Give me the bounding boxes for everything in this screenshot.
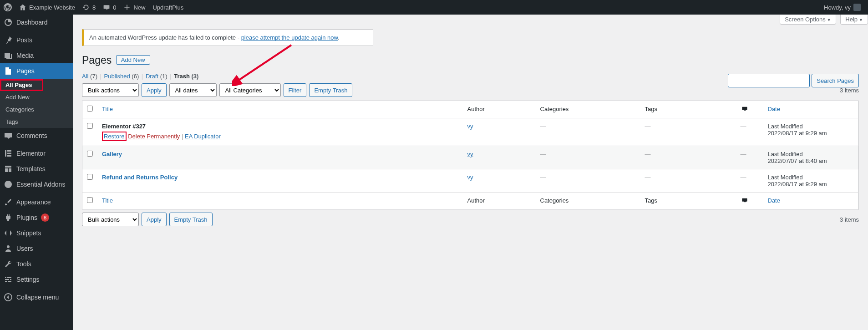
col-author: Author [463, 101, 536, 118]
table-footer-row: Title Author Categories Tags Date [82, 193, 859, 210]
date-label: Last Modified [768, 123, 803, 130]
apply-button[interactable]: Apply [142, 213, 167, 226]
howdy-text: Howdy, vy [824, 4, 851, 11]
date-label: Last Modified [768, 151, 803, 157]
restore-link[interactable]: Restore [104, 133, 125, 140]
plugins-badge: 8 [41, 213, 49, 222]
comments-bubble[interactable]: 0 [99, 0, 120, 15]
add-new-button[interactable]: Add New [116, 55, 150, 65]
retry-update-link[interactable]: please attempt the update again now [241, 34, 338, 41]
tablenav-bottom: Bulk actions Apply Empty Trash 3 items [82, 213, 859, 226]
menu-elementor[interactable]: Elementor [0, 146, 73, 161]
row-title[interactable]: Refund and Returns Policy [102, 174, 178, 181]
row-title[interactable]: Gallery [102, 151, 122, 157]
items-count: 3 items [840, 216, 859, 223]
screen-options-tab[interactable]: Screen Options▼ [780, 15, 836, 25]
plus-icon [123, 4, 131, 11]
comment-icon [4, 131, 13, 140]
col-title[interactable]: Title [97, 101, 463, 118]
author-link[interactable]: vy [467, 151, 473, 157]
updates[interactable]: 8 [79, 0, 99, 15]
svg-rect-2 [7, 153, 11, 154]
select-all-checkbox[interactable] [87, 106, 93, 112]
menu-plugins[interactable]: Plugins 8 [0, 210, 73, 225]
col-categories: Categories [536, 193, 640, 210]
submenu-all-pages[interactable]: All Pages [0, 79, 73, 91]
menu-media[interactable]: Media [0, 48, 73, 63]
new-content[interactable]: New [120, 0, 149, 15]
site-name[interactable]: Example Website [15, 0, 79, 15]
dashboard-icon [4, 18, 13, 27]
templates-icon [4, 164, 13, 173]
filter-trash[interactable]: Trash (3) [174, 73, 198, 80]
filter-button[interactable]: Filter [284, 83, 307, 97]
date-value: 2022/07/07 at 8:40 am [768, 157, 827, 164]
bulk-actions-select[interactable]: Bulk actions [82, 213, 139, 226]
site-name-text: Example Website [29, 4, 75, 11]
page-content: Screen Options▼ Help▼ An automated WordP… [73, 15, 868, 239]
menu-posts[interactable]: Posts [0, 32, 73, 48]
filter-all[interactable]: All (7) [82, 73, 97, 80]
submenu-add-new[interactable]: Add New [0, 91, 73, 103]
table-row: Elementor #327 Restore Delete Permanentl… [82, 118, 859, 146]
home-icon [19, 4, 26, 11]
empty-value: — [540, 123, 546, 130]
delete-permanently-link[interactable]: Delete Permanently [128, 133, 180, 140]
updates-count: 8 [92, 4, 96, 11]
empty-trash-button[interactable]: Empty Trash [169, 213, 213, 226]
col-author: Author [463, 193, 536, 210]
empty-value: — [741, 174, 746, 181]
search-input[interactable] [728, 74, 810, 87]
ea-duplicator-link[interactable]: EA Duplicator [185, 133, 221, 140]
empty-value: — [741, 151, 746, 157]
col-title[interactable]: Title [97, 193, 463, 210]
search-box: Search Pages [728, 74, 859, 87]
row-title[interactable]: Elementor #327 [102, 123, 146, 130]
submenu-categories[interactable]: Categories [0, 103, 73, 116]
author-link[interactable]: vy [467, 123, 473, 130]
empty-value: — [645, 123, 651, 130]
col-date[interactable]: Date [763, 193, 859, 210]
empty-trash-button[interactable]: Empty Trash [309, 83, 352, 97]
select-all-checkbox[interactable] [87, 197, 93, 203]
empty-value: — [741, 123, 746, 130]
empty-value: — [645, 174, 651, 181]
filter-draft[interactable]: Draft (1) [146, 73, 168, 80]
row-checkbox[interactable] [87, 174, 93, 180]
menu-snippets[interactable]: Snippets [0, 225, 73, 239]
col-comments[interactable] [736, 101, 763, 118]
row-checkbox[interactable] [87, 151, 93, 157]
date-value: 2022/08/17 at 9:29 am [768, 181, 827, 188]
date-value: 2022/08/17 at 9:29 am [768, 130, 827, 137]
menu-pages[interactable]: Pages [0, 63, 73, 79]
wp-logo[interactable] [0, 0, 15, 15]
menu-dashboard[interactable]: Dashboard [0, 15, 73, 30]
empty-value: — [540, 151, 546, 157]
search-button[interactable]: Search Pages [812, 74, 859, 87]
updraftplus[interactable]: UpdraftPlus [149, 0, 187, 15]
filter-published[interactable]: Published (6) [104, 73, 139, 80]
menu-appearance[interactable]: Appearance [0, 194, 73, 210]
menu-comments[interactable]: Comments [0, 128, 73, 143]
media-icon [4, 51, 13, 60]
menu-essential-addons[interactable]: Essential Addons [0, 177, 73, 192]
avatar-icon [853, 4, 861, 11]
bulk-actions-select[interactable]: Bulk actions [82, 83, 139, 97]
col-comments[interactable] [736, 193, 763, 210]
admin-toolbar: Example Website 8 0 New UpdraftPlus Howd… [0, 0, 868, 15]
category-filter-select[interactable]: All Categories [219, 83, 281, 97]
pin-icon [4, 36, 13, 45]
svg-rect-1 [7, 150, 11, 152]
apply-button[interactable]: Apply [142, 83, 167, 97]
date-filter-select[interactable]: All dates [169, 83, 217, 97]
menu-templates[interactable]: Templates [0, 161, 73, 177]
refresh-icon [82, 4, 90, 11]
row-checkbox[interactable] [87, 123, 93, 129]
help-tab[interactable]: Help▼ [840, 15, 868, 25]
col-date[interactable]: Date [763, 101, 859, 118]
snippets-icon [4, 228, 13, 238]
submenu-tags[interactable]: Tags [0, 116, 73, 128]
chevron-down-icon: ▼ [859, 18, 863, 22]
author-link[interactable]: vy [467, 174, 473, 181]
account[interactable]: Howdy, vy [820, 0, 864, 15]
